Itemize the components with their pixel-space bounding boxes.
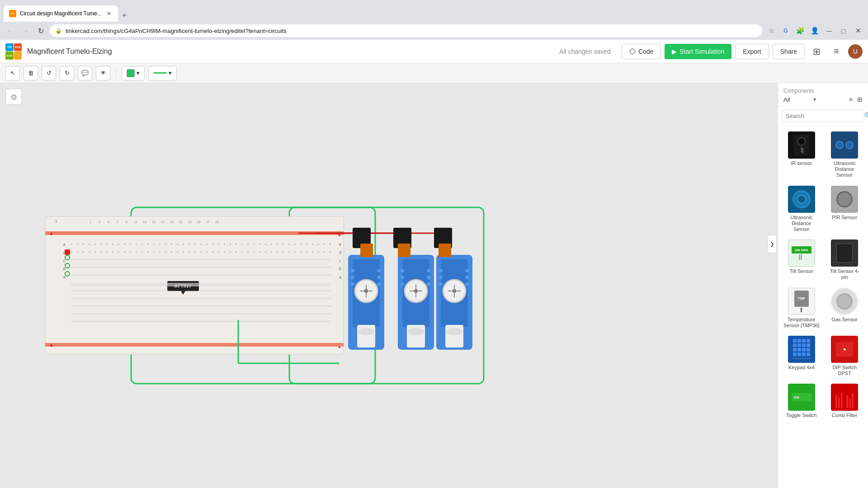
panel-collapse-button[interactable]: ❯: [768, 235, 777, 253]
forward-button[interactable]: →: [19, 24, 32, 37]
list-view-button[interactable]: ≡: [828, 43, 844, 60]
svg-rect-85: [218, 251, 219, 253]
svg-rect-62: [83, 251, 84, 253]
svg-rect-89: [241, 251, 243, 253]
pir-sensor-thumb: [831, 186, 858, 213]
svg-rect-72: [142, 251, 143, 253]
main-content: ⊙ + +: [0, 83, 868, 488]
component-ir-sensor[interactable]: IR sensor: [782, 129, 821, 181]
svg-point-143: [377, 282, 381, 286]
svg-rect-99: [300, 251, 302, 253]
component-ultrasonic-2[interactable]: Ultrasonic Distance Sensor: [782, 183, 821, 235]
svg-rect-17: [83, 244, 84, 245]
svg-rect-88: [236, 251, 237, 253]
grid-view-button[interactable]: ⊞: [808, 43, 825, 60]
code-button[interactable]: ⬡ Code: [622, 44, 661, 59]
component-ultrasonic-1[interactable]: Ultrasonic Distance Sensor: [825, 129, 865, 181]
profile-button[interactable]: 👤: [808, 24, 821, 37]
component-gas-sensor[interactable]: Gas Sensor: [825, 285, 865, 331]
pir-sensor-label: PIR Sensor: [832, 215, 857, 221]
component-tilt-sensor[interactable]: SW 2000 Tilt Sensor: [782, 237, 821, 283]
code-icon: ⬡: [629, 47, 636, 56]
refresh-button[interactable]: ↻: [34, 24, 47, 37]
maximize-button[interactable]: □: [837, 24, 850, 37]
svg-rect-81: [194, 251, 196, 253]
search-input[interactable]: [786, 113, 862, 119]
tab-favicon: TC: [9, 10, 16, 17]
svg-rect-34: [183, 244, 184, 245]
svg-rect-110: [71, 298, 331, 299]
comb-filter-label: Comb Filter: [832, 413, 858, 418]
svg-point-152: [439, 282, 443, 286]
svg-rect-113: [71, 321, 331, 322]
logo-tin: TIN: [5, 43, 14, 52]
line-chevron-icon: ▾: [169, 70, 172, 76]
keypad-label: Keypad 4x4: [788, 365, 815, 371]
color-selector-button[interactable]: ▾: [122, 66, 145, 80]
svg-rect-109: [71, 290, 331, 291]
new-tab-button[interactable]: +: [118, 9, 131, 22]
export-button[interactable]: Export: [735, 44, 769, 59]
redo-button[interactable]: ↻: [60, 66, 74, 80]
component-dip-switch[interactable]: ■ DIP Switch DPST: [825, 333, 865, 379]
bookmarks-button[interactable]: ☆: [765, 24, 778, 37]
comment-button[interactable]: 💬: [78, 66, 92, 80]
share-button[interactable]: Share: [773, 44, 805, 59]
svg-text:19: 19: [170, 221, 174, 224]
grid-view-toggle[interactable]: ⊞: [857, 96, 863, 103]
gas-sensor-label: Gas Sensor: [831, 317, 858, 323]
component-tilt-4pin[interactable]: Tilt Sensor 4-pin: [825, 237, 865, 283]
svg-rect-68: [118, 251, 119, 253]
svg-rect-158: [439, 244, 451, 257]
minimize-button[interactable]: ─: [823, 24, 835, 37]
user-avatar[interactable]: U: [848, 44, 863, 59]
svg-rect-70: [130, 251, 131, 253]
select-tool-button[interactable]: ↖: [5, 66, 20, 80]
view-button[interactable]: 👁: [96, 66, 110, 80]
svg-rect-69: [124, 251, 125, 253]
undo-button[interactable]: ↺: [42, 66, 56, 80]
power-plus-right-bottom: +: [338, 345, 341, 350]
svg-rect-77: [171, 251, 172, 253]
component-keypad[interactable]: Keypad 4x4: [782, 333, 821, 379]
components-filter-dropdown[interactable]: All: [783, 96, 811, 103]
component-comb-filter[interactable]: Comb Filter: [825, 381, 865, 421]
back-button[interactable]: ←: [4, 24, 16, 37]
logo-cad: CAD: [5, 52, 14, 60]
breadboard-columns-top: 1 3 5 7 9 11 13 15 17 19 21 23 25 27 29: [90, 221, 219, 224]
active-tab[interactable]: TC Circuit design Magnificent Tume... ✕: [4, 5, 118, 22]
svg-rect-51: [283, 244, 284, 245]
extension-button[interactable]: 🧩: [794, 24, 807, 37]
grammarly-button[interactable]: G: [779, 24, 792, 37]
svg-rect-47: [259, 244, 260, 245]
svg-rect-46: [253, 244, 255, 245]
svg-rect-79: [183, 251, 184, 253]
filter-chevron-icon[interactable]: ▾: [813, 96, 816, 103]
svg-rect-94: [271, 251, 272, 253]
svg-rect-71: [136, 251, 137, 253]
component-toggle-switch[interactable]: ON Toggle Switch: [782, 381, 821, 421]
address-bar[interactable]: 🔒 tinkercad.com/things/cG4aPnCH9IM-magni…: [50, 24, 762, 37]
component-row-1: IR sensor Ultrasonic Distance Sensor: [782, 129, 864, 181]
start-simulation-button[interactable]: ▶ Start Simulation: [665, 44, 731, 59]
svg-rect-90: [247, 251, 249, 253]
svg-rect-20: [100, 244, 102, 245]
canvas-area[interactable]: ⊙ + +: [0, 83, 778, 488]
component-temp-sensor[interactable]: TMP Temperature Sensor [TMP36]: [782, 285, 821, 331]
tab-close-button[interactable]: ✕: [105, 10, 113, 17]
editing-toolbar: ↖ 🗑 ↺ ↻ 💬 👁 ▾ ▾: [0, 63, 868, 83]
line-style-button[interactable]: ▾: [148, 66, 177, 80]
svg-rect-84: [212, 251, 213, 253]
power-plus-bottom: +: [50, 343, 53, 349]
delete-button[interactable]: 🗑: [24, 66, 38, 80]
svg-rect-97: [288, 251, 290, 253]
tilt-4pin-label: Tilt Sensor 4-pin: [827, 268, 863, 280]
dip-switch-label: DIP Switch DPST: [827, 365, 863, 376]
list-view-toggle[interactable]: ≡: [849, 96, 853, 103]
svg-rect-61: [77, 251, 78, 253]
svg-rect-100: [306, 251, 307, 253]
ir-sensor-label: IR sensor: [791, 160, 812, 166]
close-browser-button[interactable]: ✕: [852, 24, 864, 37]
list-icon: ≡: [834, 46, 839, 56]
component-pir-sensor[interactable]: PIR Sensor: [825, 183, 865, 235]
